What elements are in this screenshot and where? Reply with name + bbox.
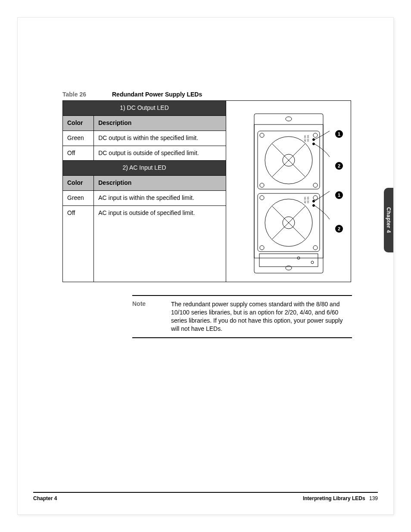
cell-desc: DC output is outside of specified limit.	[94, 146, 226, 161]
callout-1: 1	[335, 191, 343, 199]
section-title-2: 2) AC Input LED	[63, 161, 226, 176]
side-tab: Chapter 4	[384, 188, 393, 252]
cell-desc: DC output is within the specified limit.	[94, 131, 226, 146]
svg-point-23	[313, 246, 318, 250]
svg-point-11	[260, 183, 264, 187]
callout-1: 1	[335, 130, 343, 138]
led-label-dc: DC OK	[307, 135, 309, 142]
svg-point-20	[260, 196, 264, 200]
table-caption: Table 26 Redundant Power Supply LEDs	[62, 91, 378, 98]
led-label-ac: AC OK	[304, 196, 306, 203]
svg-point-2	[286, 117, 292, 121]
svg-rect-26	[259, 254, 318, 267]
cell-desc: AC input is outside of specified limit.	[94, 206, 226, 282]
footer-left: Chapter 4	[33, 495, 57, 501]
note-label: Note	[132, 300, 154, 307]
cell-color: Green	[63, 131, 94, 146]
side-tab-label: Chapter 4	[386, 207, 392, 233]
svg-point-22	[260, 246, 264, 250]
svg-point-14	[312, 143, 314, 145]
footer-page-number: 139	[369, 495, 378, 501]
note-text: The redundant power supply comes standar…	[171, 300, 352, 333]
cell-color: Green	[63, 191, 94, 206]
col-header-color-1: Color	[63, 115, 94, 131]
svg-point-24	[312, 200, 314, 202]
col-header-desc-2: Description	[94, 176, 226, 191]
psu-illustration-svg: DC OK AC OK DC OK AC OK	[241, 101, 336, 282]
table-title: Redundant Power Supply LEDs	[112, 91, 202, 98]
svg-point-25	[312, 205, 314, 207]
power-supply-figure: DC OK AC OK DC OK AC OK 1 2 1 2	[226, 100, 351, 282]
callout-2: 2	[335, 225, 343, 233]
cell-color: Off	[63, 206, 94, 282]
callout-2: 2	[335, 162, 343, 170]
svg-point-12	[313, 183, 318, 187]
note-block: Note The redundant power supply comes st…	[132, 295, 352, 338]
page-footer: Chapter 4 Interpreting Library LEDs 139	[33, 492, 378, 501]
led-label-ac: AC OK	[304, 135, 306, 142]
svg-point-10	[313, 133, 318, 137]
svg-point-9	[260, 133, 264, 137]
svg-point-28	[311, 261, 314, 264]
cell-desc: AC input is within the specified limit.	[94, 191, 226, 206]
led-table: 1) DC Output LED Color Description Green…	[62, 100, 226, 282]
table-label: Table 26	[62, 91, 86, 98]
section-title-1: 1) DC Output LED	[63, 101, 226, 116]
footer-right-title: Interpreting Library LEDs	[303, 495, 365, 501]
cell-color: Off	[63, 146, 94, 161]
svg-point-13	[312, 139, 314, 141]
led-label-dc: DC OK	[307, 196, 309, 204]
col-header-color-2: Color	[63, 176, 94, 191]
svg-point-21	[313, 196, 318, 200]
col-header-desc-1: Description	[94, 115, 226, 131]
